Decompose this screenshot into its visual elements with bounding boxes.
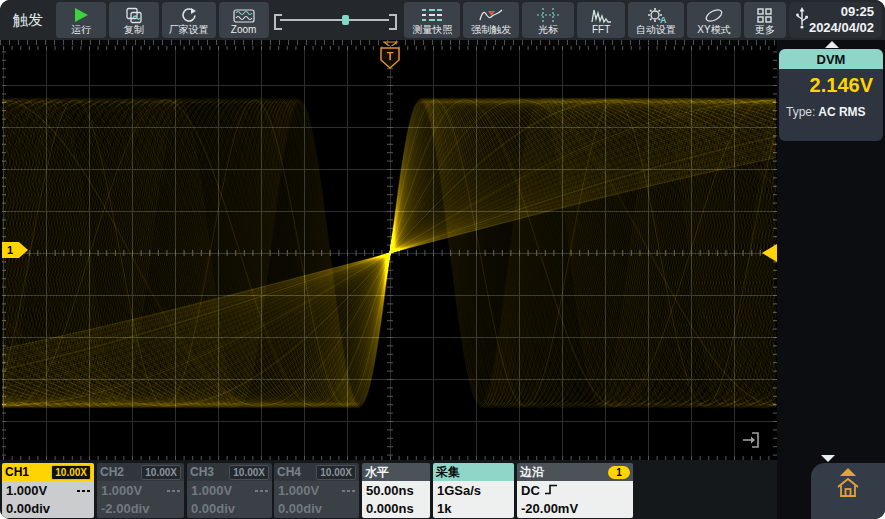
channel4-block[interactable]: CH4 10.00X 1.000V 0.00div [274, 463, 359, 518]
ch2-dc-coupling-icon [167, 490, 180, 492]
clock-date: 2024/04/02 [809, 20, 874, 36]
svg-text:A: A [660, 15, 667, 24]
play-icon [71, 6, 91, 24]
home-icon [835, 476, 861, 500]
dvm-type-label: Type: [786, 105, 815, 119]
dvm-value: 2.146V [779, 74, 883, 97]
usb-icon [795, 6, 809, 34]
auto-setup-button[interactable]: A 自动设置 [628, 2, 684, 38]
copy-icon [124, 6, 144, 24]
scroll-up-icon[interactable] [840, 468, 856, 476]
ch1-dc-coupling-icon [77, 490, 90, 492]
force-trigger-button[interactable]: 强制触发 [463, 2, 519, 38]
panel-collapse-up-icon[interactable] [825, 41, 839, 48]
home-panel [811, 463, 885, 519]
sample-rate-value: 1GSa/s [437, 482, 481, 500]
ch2-name: CH2 [100, 465, 124, 479]
cursor-button[interactable]: 光标 [522, 2, 574, 38]
trigger-title: 边沿 [520, 464, 544, 481]
top-ruler-ticks [0, 40, 885, 45]
ch3-name: CH3 [190, 465, 214, 479]
clock-datetime: 09:25 2024/04/02 [809, 4, 874, 36]
dvm-type-value: AC RMS [818, 105, 865, 119]
top-toolbar: 触发 运行 复制 厂家设置 [0, 0, 885, 40]
measure-snapshot-icon [420, 6, 444, 24]
svg-text:T: T [387, 50, 394, 62]
zoom-button[interactable]: Zoom [219, 2, 269, 38]
factory-reset-icon [179, 6, 199, 24]
slider-left-bracket [274, 14, 282, 30]
channel1-block[interactable]: CH1 10.00X 1.000V 0.00div [2, 463, 94, 518]
ch1-scale: 1.000V [6, 482, 47, 500]
rising-edge-icon [544, 482, 558, 501]
memory-depth-value: 1k [437, 500, 451, 518]
ch3-probe: 10.00X [229, 465, 269, 480]
ch2-scale: 1.000V [101, 482, 142, 500]
trigger-menu-label: 触发 [13, 11, 43, 30]
trigger-block[interactable]: 边沿 1 DC -20.00mV [517, 463, 633, 518]
run-button[interactable]: 运行 [56, 2, 106, 38]
ch3-scale: 1.000V [191, 482, 232, 500]
ch2-probe: 10.00X [141, 465, 181, 480]
trigger-level-marker[interactable] [762, 244, 777, 262]
waveform-plot[interactable]: T 1 [2, 46, 777, 460]
ch3-offset: 0.00div [191, 500, 235, 518]
slider-right-bracket [389, 14, 397, 30]
trigger-menu-button[interactable]: 触发 [3, 2, 53, 38]
dvm-panel[interactable]: DVM 2.146V Type: AC RMS [779, 49, 883, 141]
ch4-offset: 0.00div [278, 500, 322, 518]
channel3-block[interactable]: CH3 10.00X 1.000V 0.00div [187, 463, 272, 518]
slider-track[interactable] [280, 19, 390, 21]
horizontal-block[interactable]: 水平 50.00ns 0.000ns [362, 463, 430, 518]
oscilloscope-screen: 触发 运行 复制 厂家设置 [0, 0, 885, 519]
channel2-block[interactable]: CH2 10.00X 1.000V -2.00div [97, 463, 184, 518]
trigger-position-slider[interactable] [274, 12, 400, 28]
panel-collapse-down-icon[interactable] [821, 455, 835, 462]
copy-button[interactable]: 复制 [109, 2, 159, 38]
expand-panel-icon[interactable] [742, 430, 766, 454]
trigger-level-value: -20.00mV [521, 500, 578, 518]
factory-reset-button[interactable]: 厂家设置 [162, 2, 216, 38]
trigger-coupling: DC [521, 482, 540, 500]
horizontal-title: 水平 [365, 464, 389, 481]
home-button[interactable] [835, 476, 861, 504]
slider-handle[interactable] [342, 15, 349, 25]
ch4-dc-coupling-icon [342, 490, 355, 492]
ch1-name: CH1 [5, 465, 29, 479]
ch2-offset: -2.00div [101, 500, 149, 518]
ch4-probe: 10.00X [316, 465, 356, 480]
xy-mode-button[interactable]: XY模式 [687, 2, 741, 38]
dvm-type: Type: AC RMS [779, 105, 883, 119]
delay-value: 0.000ns [366, 500, 414, 518]
more-button[interactable]: 更多 [744, 2, 786, 38]
ch1-probe: 10.00X [51, 465, 91, 480]
auto-setup-icon: A [645, 6, 667, 24]
acquire-block[interactable]: 采集 1GSa/s 1k [433, 463, 514, 518]
fft-icon [590, 6, 612, 24]
cursor-icon [536, 6, 560, 24]
ch4-name: CH4 [277, 465, 301, 479]
fft-button[interactable]: FFT [577, 2, 625, 38]
bottom-status-bar: CH1 10.00X 1.000V 0.00div CH2 10.00X 1.0… [0, 460, 777, 519]
zoom-icon [233, 6, 255, 24]
ch1-offset: 0.00div [6, 500, 50, 518]
xy-mode-icon [702, 6, 726, 24]
waveform-canvas[interactable] [2, 46, 777, 460]
ch4-scale: 1.000V [278, 482, 319, 500]
clock-panel[interactable]: 09:25 2024/04/02 [789, 2, 882, 38]
ch3-dc-coupling-icon [255, 490, 268, 492]
measure-snapshot-button[interactable]: 测量快照 [404, 2, 460, 38]
force-trigger-icon [479, 6, 503, 24]
right-panel: DVM 2.146V Type: AC RMS [777, 40, 885, 519]
acquire-title: 采集 [436, 464, 460, 481]
timebase-value: 50.00ns [366, 482, 414, 500]
more-icon [756, 6, 773, 24]
dvm-title[interactable]: DVM [779, 49, 883, 69]
trigger-flag-marker[interactable]: T [379, 47, 401, 75]
clock-time: 09:25 [809, 4, 874, 20]
trigger-source-badge: 1 [608, 466, 630, 479]
